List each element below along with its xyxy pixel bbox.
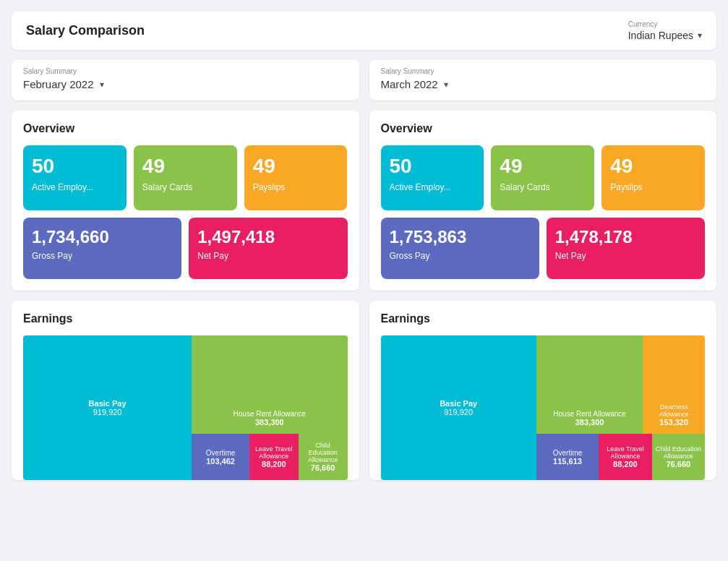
right-hra-cell: House Rent Allowance 383,300 bbox=[536, 335, 643, 434]
left-gross-pay-label: Gross Pay bbox=[32, 251, 173, 261]
left-cea-value: 76,660 bbox=[311, 463, 335, 472]
right-cea-cell: Child Education Allowance 76,660 bbox=[652, 434, 705, 480]
right-net-pay-label: Net Pay bbox=[555, 251, 696, 261]
right-salary-summary-select[interactable]: March 2022 ▾ bbox=[381, 78, 706, 90]
left-lta-value: 88,200 bbox=[262, 460, 286, 468]
right-overtime-value: 115,613 bbox=[553, 457, 582, 466]
right-active-employees-card: 50 Active Employ... bbox=[381, 145, 484, 210]
left-salary-summary-bar: Salary Summary February 2022 ▾ bbox=[12, 60, 359, 100]
right-treemap: Basic Pay 919,920 House Rent Allowance 3… bbox=[381, 335, 706, 480]
left-treemap-right-bottom: Overtime 103,462 Leave Travel Allowance … bbox=[192, 434, 347, 480]
left-payslips-card: 49 Payslips bbox=[244, 145, 348, 210]
right-cea-value: 76,660 bbox=[666, 460, 690, 468]
left-overtime-value: 103,462 bbox=[206, 457, 235, 466]
left-overview-title: Overview bbox=[23, 122, 348, 135]
left-active-employees-card: 50 Active Employ... bbox=[23, 145, 127, 210]
right-salary-summary-arrow: ▾ bbox=[444, 80, 448, 90]
left-top-cards-row: 50 Active Employ... 49 Salary Cards 49 P… bbox=[23, 145, 348, 210]
left-basic-pay-label: Basic Pay bbox=[89, 399, 127, 408]
left-salary-summary-value: February 2022 bbox=[23, 78, 94, 90]
left-salary-cards-label: Salary Cards bbox=[142, 182, 228, 192]
left-active-employees-number: 50 bbox=[32, 155, 118, 178]
currency-label: Currency bbox=[628, 20, 658, 28]
right-cea-label: Child Education Allowance bbox=[655, 445, 702, 460]
left-column: Salary Summary February 2022 ▾ Overview … bbox=[12, 60, 359, 480]
right-earnings-panel: Earnings Basic Pay 919,920 House Rent Al… bbox=[369, 301, 717, 480]
left-net-pay-card: 1,497,418 Net Pay bbox=[189, 218, 347, 279]
left-salary-cards-card: 49 Salary Cards bbox=[134, 145, 237, 210]
left-overtime-label: Overtime bbox=[206, 449, 236, 457]
right-top-cards-row: 50 Active Employ... 49 Salary Cards 49 P… bbox=[381, 145, 706, 210]
right-net-pay-card: 1,478,178 Net Pay bbox=[547, 218, 705, 279]
right-da-label: Dearness Allowance bbox=[646, 403, 702, 418]
left-cea-cell: Child Education Allowance 76,660 bbox=[299, 434, 348, 480]
left-treemap-right-top: House Rent Allowance 383,300 bbox=[192, 335, 347, 434]
left-salary-summary-select[interactable]: February 2022 ▾ bbox=[23, 78, 348, 90]
left-treemap-right: House Rent Allowance 383,300 Overtime 10… bbox=[192, 335, 347, 480]
left-earnings-title: Earnings bbox=[23, 312, 348, 325]
right-payslips-label: Payslips bbox=[610, 182, 696, 192]
right-treemap-right-top: House Rent Allowance 383,300 Dearness Al… bbox=[536, 335, 705, 434]
left-gross-pay-card: 1,734,660 Gross Pay bbox=[23, 218, 181, 279]
right-column: Salary Summary March 2022 ▾ Overview 50 … bbox=[369, 60, 717, 480]
left-bottom-cards-row: 1,734,660 Gross Pay 1,497,418 Net Pay bbox=[23, 218, 348, 279]
right-salary-cards-label: Salary Cards bbox=[500, 182, 586, 192]
left-overtime-cell: Overtime 103,462 bbox=[192, 434, 249, 480]
currency-dropdown-arrow[interactable]: ▾ bbox=[698, 30, 702, 40]
right-hra-value: 383,300 bbox=[575, 418, 604, 427]
right-lta-label: Leave Travel Allowance bbox=[601, 445, 648, 460]
currency-section: Currency Indian Rupees ▾ bbox=[628, 20, 702, 41]
left-overview-panel: Overview 50 Active Employ... 49 Salary C… bbox=[12, 111, 359, 291]
left-payslips-number: 49 bbox=[253, 155, 339, 178]
right-lta-cell: Leave Travel Allowance 88,200 bbox=[599, 434, 651, 480]
right-overview-panel: Overview 50 Active Employ... 49 Salary C… bbox=[369, 111, 717, 291]
app-container: Salary Comparison Currency Indian Rupees… bbox=[0, 0, 728, 561]
left-active-employees-label: Active Employ... bbox=[32, 182, 118, 192]
right-overview-title: Overview bbox=[381, 122, 706, 135]
left-hra-value: 383,300 bbox=[255, 418, 284, 427]
right-payslips-card: 49 Payslips bbox=[601, 145, 705, 210]
currency-select-wrapper[interactable]: Indian Rupees ▾ bbox=[628, 30, 702, 41]
right-gross-pay-card: 1,753,863 Gross Pay bbox=[381, 218, 539, 279]
right-salary-cards-card: 49 Salary Cards bbox=[491, 145, 594, 210]
left-salary-cards-number: 49 bbox=[142, 155, 228, 178]
right-basic-pay-value: 919,920 bbox=[444, 408, 473, 416]
left-payslips-label: Payslips bbox=[253, 182, 339, 192]
right-active-employees-number: 50 bbox=[390, 155, 476, 178]
left-lta-label: Leave Travel Allowance bbox=[252, 445, 296, 460]
right-treemap-right: House Rent Allowance 383,300 Dearness Al… bbox=[536, 335, 705, 480]
right-da-cell: Dearness Allowance 153,320 bbox=[643, 335, 705, 434]
page-title: Salary Comparison bbox=[26, 23, 145, 38]
right-gross-pay-label: Gross Pay bbox=[390, 251, 531, 261]
left-net-pay-label: Net Pay bbox=[197, 251, 338, 261]
left-treemap: Basic Pay 919,920 House Rent Allowance 3… bbox=[23, 335, 348, 480]
right-salary-summary-label: Salary Summary bbox=[381, 67, 706, 75]
left-cea-label: Child Education Allowance bbox=[301, 442, 345, 463]
right-basic-pay-cell: Basic Pay 919,920 bbox=[381, 335, 536, 480]
right-payslips-number: 49 bbox=[610, 155, 696, 178]
right-gross-pay-number: 1,753,863 bbox=[390, 228, 531, 247]
right-overtime-label: Overtime bbox=[553, 449, 583, 457]
right-basic-pay-label: Basic Pay bbox=[440, 399, 477, 408]
right-hra-label: House Rent Allowance bbox=[553, 410, 626, 418]
left-earnings-panel: Earnings Basic Pay 919,920 House Rent Al… bbox=[12, 301, 359, 480]
right-salary-summary-bar: Salary Summary March 2022 ▾ bbox=[369, 60, 717, 100]
left-hra-cell: House Rent Allowance 383,300 bbox=[192, 335, 347, 434]
left-gross-pay-number: 1,734,660 bbox=[32, 228, 173, 247]
header-bar: Salary Comparison Currency Indian Rupees… bbox=[12, 12, 716, 50]
right-salary-cards-number: 49 bbox=[500, 155, 586, 178]
currency-value: Indian Rupees bbox=[628, 30, 693, 41]
right-active-employees-label: Active Employ... bbox=[390, 182, 476, 192]
right-treemap-right-bottom: Overtime 115,613 Leave Travel Allowance … bbox=[536, 434, 705, 480]
left-lta-cell: Leave Travel Allowance 88,200 bbox=[249, 434, 299, 480]
left-hra-label: House Rent Allowance bbox=[234, 410, 307, 418]
right-salary-summary-value: March 2022 bbox=[381, 78, 438, 90]
main-columns: Salary Summary February 2022 ▾ Overview … bbox=[12, 60, 716, 480]
left-basic-pay-value: 919,920 bbox=[93, 408, 122, 416]
right-da-value: 153,320 bbox=[659, 418, 688, 427]
left-salary-summary-arrow: ▾ bbox=[100, 80, 104, 90]
right-bottom-cards-row: 1,753,863 Gross Pay 1,478,178 Net Pay bbox=[381, 218, 706, 279]
right-lta-value: 88,200 bbox=[613, 460, 638, 468]
left-net-pay-number: 1,497,418 bbox=[197, 228, 338, 247]
left-salary-summary-label: Salary Summary bbox=[23, 67, 348, 75]
